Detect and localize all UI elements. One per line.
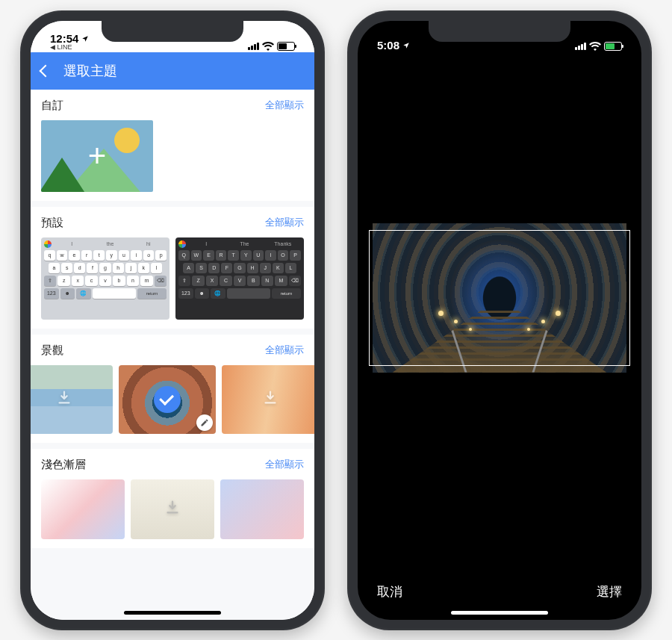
google-icon: [44, 240, 52, 248]
show-all-custom[interactable]: 全部顯示: [265, 99, 304, 112]
show-all-gradient[interactable]: 全部顯示: [265, 458, 304, 471]
download-icon: [262, 390, 279, 409]
crop-frame[interactable]: [369, 230, 630, 366]
status-return-app[interactable]: ◀ LINE: [50, 44, 89, 51]
page-title: 選取主題: [63, 62, 117, 80]
cell-signal-icon: [248, 43, 259, 50]
notch: [429, 21, 570, 42]
content: 自訂 全部顯示 + 預設 全部顯示 I t: [31, 90, 314, 620]
battery-icon: [277, 42, 295, 51]
wifi-icon: [262, 42, 274, 51]
landscape-theme-2-selected[interactable]: [119, 365, 216, 434]
plus-icon: +: [41, 120, 153, 192]
section-title-gradient: 淺色漸層: [41, 458, 86, 472]
download-icon: [56, 390, 72, 409]
add-custom-theme[interactable]: +: [41, 120, 153, 192]
notch: [102, 21, 243, 42]
home-indicator[interactable]: [124, 611, 221, 615]
landscape-theme-1[interactable]: [31, 365, 113, 434]
select-button[interactable]: 選擇: [597, 583, 622, 600]
phone-left: 12:54 ◀ LINE 選取主題 自訂: [20, 10, 325, 630]
edit-icon[interactable]: [196, 414, 213, 431]
section-title-preset: 預設: [41, 216, 63, 230]
status-time: 12:54: [50, 33, 78, 44]
show-all-preset[interactable]: 全部顯示: [265, 216, 304, 229]
section-landscape: 景觀 全部顯示: [31, 335, 314, 443]
download-icon: [164, 500, 181, 519]
gradient-theme-1[interactable]: [41, 479, 125, 539]
preset-keyboard-light[interactable]: I the hi qwertyuiop asdfghjkl ⇧zxcvbnm⌫ …: [41, 237, 169, 320]
check-icon: [154, 386, 181, 413]
home-indicator[interactable]: [451, 611, 548, 615]
google-icon: [178, 240, 186, 248]
section-title-landscape: 景觀: [41, 344, 63, 358]
section-preset: 預設 全部顯示 I the hi qwertyuiop asdfghjkl ⇧z…: [31, 207, 314, 329]
image-crop-view[interactable]: [358, 21, 641, 575]
gradient-theme-2[interactable]: [131, 479, 214, 539]
back-icon[interactable]: [40, 64, 52, 77]
show-all-landscape[interactable]: 全部顯示: [265, 344, 304, 357]
location-icon: [81, 33, 89, 44]
cancel-button[interactable]: 取消: [377, 583, 402, 600]
nav-header: 選取主題: [31, 52, 314, 90]
phone-right: 5:08 取消 選擇: [347, 10, 652, 630]
gradient-theme-3[interactable]: [220, 479, 304, 539]
screen-left: 12:54 ◀ LINE 選取主題 自訂: [31, 21, 314, 620]
section-title-custom: 自訂: [41, 99, 63, 113]
preset-keyboard-dark[interactable]: I The Thanks QWERTYUIOP ASDFGHJKL ⇧ZXCVB…: [175, 237, 304, 320]
section-gradient: 淺色漸層 全部顯示: [31, 449, 314, 548]
screen-right: 5:08 取消 選擇: [358, 21, 641, 620]
section-custom: 自訂 全部顯示 +: [31, 90, 314, 201]
landscape-theme-3[interactable]: [222, 365, 314, 434]
